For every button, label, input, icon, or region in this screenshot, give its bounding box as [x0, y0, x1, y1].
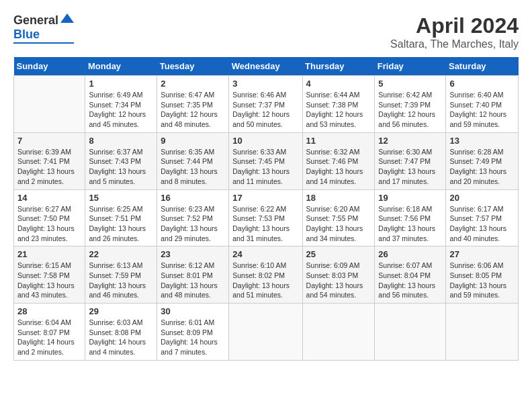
calendar-day-cell: 21Sunrise: 6:15 AM Sunset: 7:58 PM Dayli…: [14, 246, 85, 304]
day-info: Sunrise: 6:39 AM Sunset: 7:41 PM Dayligh…: [17, 147, 81, 187]
calendar-day-cell: 28Sunrise: 6:04 AM Sunset: 8:07 PM Dayli…: [14, 304, 85, 361]
day-info: Sunrise: 6:09 AM Sunset: 8:03 PM Dayligh…: [306, 261, 371, 300]
calendar-day-cell: 8Sunrise: 6:37 AM Sunset: 7:43 PM Daylig…: [85, 132, 157, 189]
day-info: Sunrise: 6:49 AM Sunset: 7:34 PM Dayligh…: [89, 90, 153, 130]
day-info: Sunrise: 6:23 AM Sunset: 7:52 PM Dayligh…: [161, 204, 225, 244]
calendar-day-cell: 9Sunrise: 6:35 AM Sunset: 7:44 PM Daylig…: [157, 132, 229, 189]
calendar-day-cell: 29Sunrise: 6:03 AM Sunset: 8:08 PM Dayli…: [85, 304, 157, 361]
day-info: Sunrise: 6:35 AM Sunset: 7:44 PM Dayligh…: [161, 147, 225, 187]
day-number: 4: [306, 79, 371, 89]
logo-underline: [13, 42, 74, 44]
day-info: Sunrise: 6:47 AM Sunset: 7:35 PM Dayligh…: [161, 90, 225, 130]
day-info: Sunrise: 6:40 AM Sunset: 7:40 PM Dayligh…: [449, 90, 515, 130]
day-number: 15: [89, 193, 153, 203]
day-number: 21: [17, 249, 81, 259]
day-number: 2: [161, 79, 225, 89]
calendar-day-cell: 11Sunrise: 6:32 AM Sunset: 7:46 PM Dayli…: [302, 132, 375, 189]
calendar-day-cell: 12Sunrise: 6:30 AM Sunset: 7:47 PM Dayli…: [375, 132, 446, 189]
day-number: 7: [17, 136, 81, 146]
day-number: 10: [232, 136, 298, 146]
day-number: 1: [89, 79, 153, 89]
calendar-week-row: 1Sunrise: 6:49 AM Sunset: 7:34 PM Daylig…: [14, 76, 519, 133]
day-info: Sunrise: 6:32 AM Sunset: 7:46 PM Dayligh…: [306, 147, 371, 187]
logo: General Blue: [13, 13, 74, 44]
page-subtitle: Saltara, The Marches, Italy: [390, 38, 519, 50]
calendar-week-row: 28Sunrise: 6:04 AM Sunset: 8:07 PM Dayli…: [14, 304, 519, 361]
calendar-week-row: 21Sunrise: 6:15 AM Sunset: 7:58 PM Dayli…: [14, 246, 519, 304]
logo-general-text: General: [13, 13, 58, 28]
day-number: 13: [449, 136, 515, 146]
calendar-day-cell: 18Sunrise: 6:20 AM Sunset: 7:55 PM Dayli…: [302, 189, 375, 246]
day-number: 22: [89, 249, 153, 259]
day-info: Sunrise: 6:30 AM Sunset: 7:47 PM Dayligh…: [378, 147, 442, 187]
day-info: Sunrise: 6:01 AM Sunset: 8:09 PM Dayligh…: [161, 318, 225, 357]
calendar-day-cell: 25Sunrise: 6:09 AM Sunset: 8:03 PM Dayli…: [302, 246, 375, 304]
calendar-day-header: Thursday: [302, 57, 375, 76]
calendar-week-row: 7Sunrise: 6:39 AM Sunset: 7:41 PM Daylig…: [14, 132, 519, 189]
calendar-day-cell: 3Sunrise: 6:46 AM Sunset: 7:37 PM Daylig…: [229, 76, 302, 133]
calendar-day-cell: 4Sunrise: 6:44 AM Sunset: 7:38 PM Daylig…: [302, 76, 375, 133]
day-info: Sunrise: 6:28 AM Sunset: 7:49 PM Dayligh…: [449, 147, 515, 187]
calendar-day-header: Tuesday: [157, 57, 229, 76]
calendar-day-cell: 17Sunrise: 6:22 AM Sunset: 7:53 PM Dayli…: [229, 189, 302, 246]
calendar-day-cell: 15Sunrise: 6:25 AM Sunset: 7:51 PM Dayli…: [85, 189, 157, 246]
day-number: 16: [161, 193, 225, 203]
calendar-day-cell: 30Sunrise: 6:01 AM Sunset: 8:09 PM Dayli…: [157, 304, 229, 361]
title-section: April 2024 Saltara, The Marches, Italy: [390, 13, 519, 50]
calendar-header-row: SundayMondayTuesdayWednesdayThursdayFrid…: [14, 57, 519, 76]
day-info: Sunrise: 6:44 AM Sunset: 7:38 PM Dayligh…: [306, 90, 371, 130]
calendar-day-cell: 27Sunrise: 6:06 AM Sunset: 8:05 PM Dayli…: [446, 246, 519, 304]
day-number: 5: [378, 79, 442, 89]
day-number: 20: [449, 193, 515, 203]
calendar-day-cell: 6Sunrise: 6:40 AM Sunset: 7:40 PM Daylig…: [446, 76, 519, 133]
calendar-day-header: Monday: [85, 57, 157, 76]
day-info: Sunrise: 6:06 AM Sunset: 8:05 PM Dayligh…: [449, 261, 515, 300]
day-info: Sunrise: 6:46 AM Sunset: 7:37 PM Dayligh…: [232, 90, 298, 130]
day-info: Sunrise: 6:13 AM Sunset: 7:59 PM Dayligh…: [89, 261, 153, 300]
day-info: Sunrise: 6:33 AM Sunset: 7:45 PM Dayligh…: [232, 147, 298, 187]
page-header: General Blue April 2024 Saltara, The Mar…: [13, 13, 519, 50]
day-number: 19: [378, 193, 442, 203]
day-number: 6: [449, 79, 515, 89]
day-info: Sunrise: 6:42 AM Sunset: 7:39 PM Dayligh…: [378, 90, 442, 130]
day-number: 26: [378, 249, 442, 259]
calendar-day-cell: [446, 304, 519, 361]
calendar-day-header: Sunday: [14, 57, 85, 76]
day-number: 12: [378, 136, 442, 146]
calendar-day-cell: 23Sunrise: 6:12 AM Sunset: 8:01 PM Dayli…: [157, 246, 229, 304]
calendar-day-cell: [375, 304, 446, 361]
day-number: 18: [306, 193, 371, 203]
calendar-day-header: Wednesday: [229, 57, 302, 76]
calendar-day-cell: 24Sunrise: 6:10 AM Sunset: 8:02 PM Dayli…: [229, 246, 302, 304]
logo-blue-text: Blue: [13, 28, 40, 42]
calendar-day-cell: 13Sunrise: 6:28 AM Sunset: 7:49 PM Dayli…: [446, 132, 519, 189]
calendar-week-row: 14Sunrise: 6:27 AM Sunset: 7:50 PM Dayli…: [14, 189, 519, 246]
calendar-day-cell: 10Sunrise: 6:33 AM Sunset: 7:45 PM Dayli…: [229, 132, 302, 189]
calendar-day-cell: 5Sunrise: 6:42 AM Sunset: 7:39 PM Daylig…: [375, 76, 446, 133]
day-info: Sunrise: 6:07 AM Sunset: 8:04 PM Dayligh…: [378, 261, 442, 300]
day-info: Sunrise: 6:18 AM Sunset: 7:56 PM Dayligh…: [378, 204, 442, 244]
day-number: 8: [89, 136, 153, 146]
day-info: Sunrise: 6:27 AM Sunset: 7:50 PM Dayligh…: [17, 204, 81, 244]
day-number: 11: [306, 136, 371, 146]
calendar-day-cell: 19Sunrise: 6:18 AM Sunset: 7:56 PM Dayli…: [375, 189, 446, 246]
calendar-day-cell: 1Sunrise: 6:49 AM Sunset: 7:34 PM Daylig…: [85, 76, 157, 133]
calendar-day-cell: 20Sunrise: 6:17 AM Sunset: 7:57 PM Dayli…: [446, 189, 519, 246]
day-info: Sunrise: 6:03 AM Sunset: 8:08 PM Dayligh…: [89, 318, 153, 357]
day-number: 17: [232, 193, 298, 203]
day-number: 27: [449, 249, 515, 259]
calendar-day-cell: 14Sunrise: 6:27 AM Sunset: 7:50 PM Dayli…: [14, 189, 85, 246]
day-info: Sunrise: 6:17 AM Sunset: 7:57 PM Dayligh…: [449, 204, 515, 244]
day-number: 3: [232, 79, 298, 89]
day-number: 29: [89, 306, 153, 316]
day-info: Sunrise: 6:12 AM Sunset: 8:01 PM Dayligh…: [161, 261, 225, 300]
day-number: 14: [17, 193, 81, 203]
calendar-day-cell: [14, 76, 85, 133]
calendar-day-cell: [302, 304, 375, 361]
logo-chevron-icon: [60, 13, 74, 23]
page-title: April 2024: [390, 13, 519, 38]
day-info: Sunrise: 6:04 AM Sunset: 8:07 PM Dayligh…: [17, 318, 81, 357]
day-number: 9: [161, 136, 225, 146]
calendar-day-header: Saturday: [446, 57, 519, 76]
day-info: Sunrise: 6:15 AM Sunset: 7:58 PM Dayligh…: [17, 261, 81, 300]
